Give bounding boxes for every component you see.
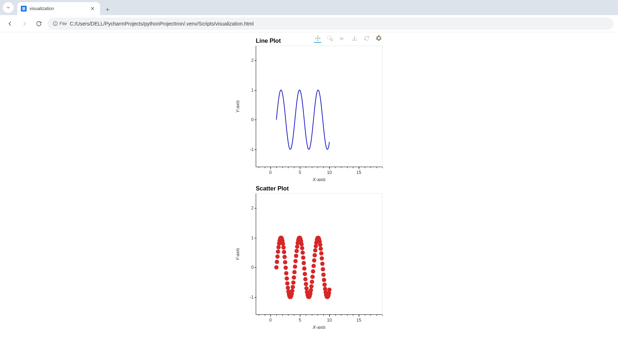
svg-point-5 <box>55 24 55 25</box>
svg-point-81 <box>310 280 314 284</box>
svg-point-30 <box>282 250 286 254</box>
svg-point-101 <box>321 267 325 271</box>
svg-rect-6 <box>328 36 331 39</box>
reset-tool-icon[interactable] <box>363 35 370 43</box>
svg-point-66 <box>301 261 306 265</box>
svg-point-29 <box>281 245 286 250</box>
browser-tab[interactable]: visualization ✕ <box>17 2 100 15</box>
address-bar: File C:/Users/DELL/PycharmProjects/pytho… <box>0 15 618 32</box>
svg-point-69 <box>303 277 308 281</box>
svg-point-47 <box>291 280 296 285</box>
svg-point-31 <box>282 255 287 259</box>
svg-point-15 <box>376 37 378 38</box>
svg-point-70 <box>304 282 308 286</box>
svg-rect-1 <box>22 8 25 9</box>
svg-point-11 <box>380 37 381 38</box>
forward-button[interactable] <box>19 18 30 29</box>
box-zoom-tool-icon[interactable] <box>326 35 333 43</box>
svg-rect-0 <box>22 7 25 8</box>
svg-point-87 <box>313 248 317 253</box>
svg-point-52 <box>294 254 298 258</box>
svg-point-103 <box>322 278 326 282</box>
svg-point-99 <box>320 256 324 261</box>
tab-search-button[interactable] <box>3 2 14 13</box>
svg-point-10 <box>378 36 380 37</box>
favicon-icon <box>21 6 27 11</box>
reload-button[interactable] <box>33 18 45 29</box>
svg-point-67 <box>302 266 306 271</box>
line-plot-canvas <box>256 46 382 167</box>
bokeh-logo-icon[interactable] <box>375 35 382 43</box>
svg-point-97 <box>319 246 323 251</box>
svg-point-34 <box>284 271 288 275</box>
svg-point-102 <box>321 273 326 277</box>
svg-point-16 <box>274 265 278 269</box>
svg-point-82 <box>310 275 315 279</box>
svg-point-54 <box>295 244 299 249</box>
wheel-zoom-tool-icon[interactable]: 0ρ <box>338 35 346 43</box>
svg-point-53 <box>295 249 299 253</box>
svg-rect-2 <box>22 9 25 10</box>
svg-point-36 <box>285 281 290 286</box>
line-plot[interactable]: Y-axis X-axis -1012051015 <box>236 46 382 182</box>
save-tool-icon[interactable] <box>351 35 358 43</box>
svg-point-33 <box>283 266 288 270</box>
svg-point-7 <box>330 38 332 41</box>
line-plot-xaxis-label: X-axis <box>256 177 382 182</box>
plot-toolbar: 0ρ <box>314 34 382 44</box>
svg-point-48 <box>292 275 296 280</box>
svg-point-14 <box>376 38 378 40</box>
scatter-plot[interactable]: Y-axis X-axis -1012051015 <box>236 193 382 330</box>
svg-point-32 <box>283 260 287 264</box>
back-button[interactable] <box>4 18 16 29</box>
svg-point-37 <box>286 286 290 290</box>
svg-point-100 <box>320 262 324 266</box>
svg-point-85 <box>312 258 316 263</box>
svg-point-83 <box>311 269 315 273</box>
tab-title: visualization <box>29 6 54 11</box>
svg-point-49 <box>292 270 297 274</box>
svg-point-12 <box>380 38 381 40</box>
svg-point-104 <box>322 282 327 287</box>
svg-point-18 <box>275 254 280 259</box>
svg-point-62 <box>299 242 304 246</box>
svg-point-35 <box>285 276 289 281</box>
scatter-plot-xaxis-label: X-axis <box>256 324 382 330</box>
svg-point-13 <box>378 39 380 41</box>
svg-point-45 <box>290 289 294 293</box>
scatter-plot-canvas <box>256 193 382 315</box>
protocol-label: File <box>59 21 67 26</box>
new-tab-button[interactable]: + <box>102 4 113 15</box>
svg-point-65 <box>301 255 305 260</box>
plot-column: 0ρ Line Plot Y-axis <box>236 34 382 330</box>
svg-line-8 <box>332 40 333 41</box>
svg-point-46 <box>291 285 295 289</box>
svg-point-20 <box>276 245 281 249</box>
svg-point-51 <box>294 259 298 263</box>
svg-point-113 <box>327 287 332 292</box>
svg-point-86 <box>313 253 317 257</box>
svg-point-84 <box>312 264 316 268</box>
svg-point-19 <box>276 249 280 254</box>
url-text: C:/Users/DELL/PycharmProjects/pythonProj… <box>70 21 254 27</box>
svg-point-80 <box>309 284 314 289</box>
page-content: 0ρ Line Plot Y-axis <box>0 32 618 330</box>
svg-text:0ρ: 0ρ <box>340 37 343 40</box>
scatter-plot-title: Scatter Plot <box>256 185 382 192</box>
svg-point-79 <box>309 288 313 292</box>
close-tab-icon[interactable]: ✕ <box>89 5 96 12</box>
svg-point-50 <box>293 264 297 269</box>
svg-point-68 <box>303 272 307 276</box>
svg-point-98 <box>319 251 323 255</box>
svg-point-28 <box>281 241 285 246</box>
svg-point-63 <box>300 246 304 250</box>
url-bar[interactable]: File C:/Users/DELL/PycharmProjects/pytho… <box>47 18 614 30</box>
pan-tool-icon[interactable] <box>314 35 321 43</box>
svg-point-64 <box>300 250 305 255</box>
svg-point-17 <box>275 260 279 264</box>
tab-strip: visualization ✕ + <box>0 0 618 15</box>
url-protocol: File <box>53 21 67 26</box>
browser-chrome: visualization ✕ + File C:/Users/DELL/Pyc… <box>0 0 618 32</box>
svg-point-96 <box>318 243 322 247</box>
